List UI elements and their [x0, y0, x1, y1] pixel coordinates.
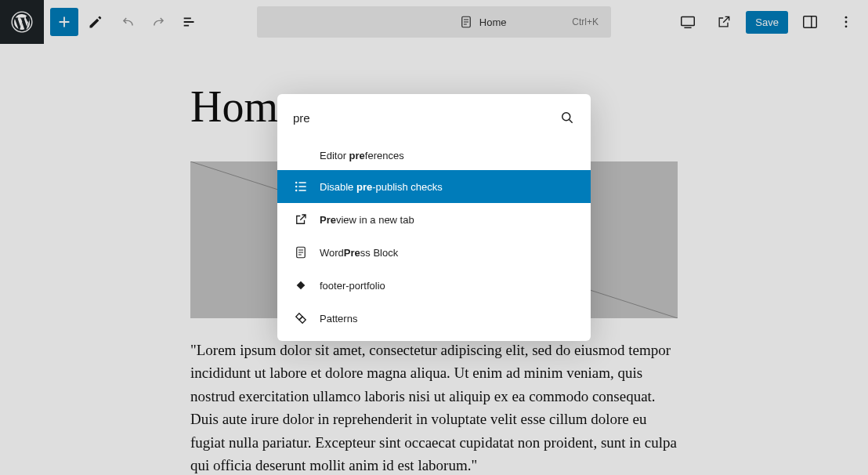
- svg-point-8: [562, 113, 570, 121]
- external-icon: [293, 212, 309, 227]
- command-search-input[interactable]: [293, 111, 559, 125]
- command-result[interactable]: Editor preferences: [277, 141, 591, 170]
- command-result[interactable]: Preview in a new tab: [277, 203, 591, 236]
- svg-point-9: [295, 182, 298, 184]
- list-icon: [293, 179, 309, 194]
- command-label: Patterns: [320, 313, 357, 325]
- command-result[interactable]: WordPress Block: [277, 236, 591, 269]
- svg-rect-15: [299, 317, 306, 323]
- diamond-icon: [293, 277, 309, 293]
- command-result[interactable]: footer-portfolio: [277, 269, 591, 302]
- command-search-row: [277, 94, 591, 141]
- command-label: Preview in a new tab: [320, 214, 414, 226]
- command-label: Disable pre-publish checks: [320, 181, 443, 193]
- page-icon: [293, 245, 309, 260]
- svg-point-11: [295, 190, 298, 192]
- command-result[interactable]: Patterns: [277, 302, 591, 335]
- command-results: Editor preferencesDisable pre-publish ch…: [277, 141, 591, 341]
- command-result[interactable]: Disable pre-publish checks: [277, 170, 591, 203]
- diamonds-icon: [293, 310, 309, 326]
- command-label: footer-portfolio: [320, 280, 385, 292]
- command-palette: Editor preferencesDisable pre-publish ch…: [277, 94, 591, 341]
- search-icon: [559, 110, 575, 125]
- svg-rect-13: [297, 281, 306, 290]
- svg-rect-14: [296, 314, 302, 320]
- command-label: Editor preferences: [320, 150, 404, 161]
- svg-point-10: [295, 186, 298, 188]
- command-label: WordPress Block: [320, 247, 398, 259]
